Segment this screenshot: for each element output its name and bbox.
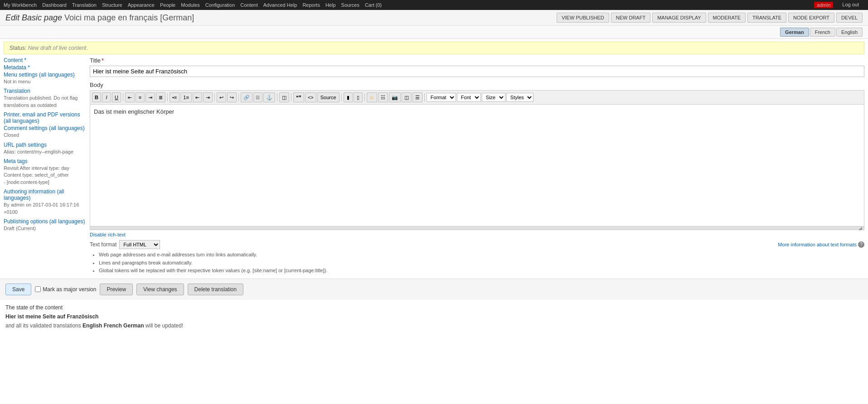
- nav-reports[interactable]: Reports: [302, 2, 320, 8]
- styles-dropdown[interactable]: Styles: [506, 93, 533, 102]
- manage-display-button[interactable]: MANAGE DISPLAY: [652, 13, 706, 23]
- more-info-link[interactable]: More information about text formats: [778, 242, 857, 247]
- nav-sources[interactable]: Sources: [341, 2, 359, 8]
- top-navigation: My Workbench Dashboard Translation Struc…: [0, 0, 868, 10]
- italic-btn[interactable]: I: [102, 92, 111, 102]
- nav-help[interactable]: Help: [325, 2, 336, 8]
- sidebar-printer-link[interactable]: Printer, email and PDF versions (all lan…: [4, 111, 86, 124]
- edit-prefix: Edit Basic page: [5, 13, 62, 22]
- unlink-btn[interactable]: 🔗⃠: [253, 92, 262, 102]
- logout-link[interactable]: Log out: [842, 2, 859, 8]
- nav-configuration[interactable]: Configuration: [205, 2, 235, 8]
- body-label: Body: [90, 82, 864, 88]
- page-title-area: Edit Basic page Voici ma page en françai…: [5, 13, 557, 23]
- anchor-btn[interactable]: ⚓: [263, 92, 275, 102]
- ordered-list-btn[interactable]: 1≡: [180, 92, 192, 102]
- blockquote-btn[interactable]: ❝❞: [293, 92, 304, 102]
- sidebar-menu-settings: Menu settings (all languages) Not in men…: [4, 72, 86, 85]
- delete-translation-button[interactable]: Delete translation: [188, 284, 243, 295]
- image-btn[interactable]: 📷: [389, 92, 401, 102]
- devel-button[interactable]: DEVEL: [836, 13, 863, 23]
- editor-body-text: Das ist mein englischer Körper: [94, 108, 860, 115]
- bottom-bar: Save Mark as major version Preview View …: [0, 279, 868, 300]
- format-dropdown[interactable]: Format: [427, 93, 456, 102]
- link-btn[interactable]: 🔗: [241, 92, 252, 102]
- translate-button[interactable]: TRANSLATE: [747, 13, 786, 23]
- editor-toolbar: B I U ⇤ ≡ ⇥ ≣ •≡ 1≡ ⇤ ⇥ ↩ ↪ 🔗 🔗⃠ ⚓ ◫ ❝❞ …: [90, 90, 864, 104]
- save-button[interactable]: Save: [5, 284, 31, 295]
- sidebar-metadata-link[interactable]: Metadata *: [4, 64, 86, 71]
- state-desc-prefix: and all its validated translations: [5, 322, 82, 329]
- table-btn[interactable]: ◫: [279, 92, 289, 102]
- align-left-btn[interactable]: ⇤: [125, 92, 135, 102]
- sidebar-comment-sub: Closed: [4, 132, 86, 139]
- editor-body[interactable]: Das ist mein englischer Körper: [90, 104, 864, 226]
- state-desc: and all its validated translations Engli…: [5, 322, 863, 329]
- nav-structure[interactable]: Structure: [102, 2, 122, 8]
- moderate-button[interactable]: MODERATE: [708, 13, 746, 23]
- preview-button[interactable]: Preview: [100, 284, 133, 295]
- outdent-btn[interactable]: ⇤: [193, 92, 202, 102]
- source-btn[interactable]: Source: [317, 92, 339, 102]
- nav-modules[interactable]: Modules: [181, 2, 200, 8]
- sep8: [364, 93, 365, 101]
- sidebar-comment-link[interactable]: Comment settings (all languages): [4, 125, 86, 131]
- text-format-select[interactable]: Full HTML Basic HTML Plain text: [119, 240, 160, 249]
- font-dropdown[interactable]: Font: [457, 93, 481, 102]
- editor-resize-handle[interactable]: ◢: [90, 226, 864, 230]
- text-format-label: Text format: [90, 241, 116, 248]
- status-text: New draft of live content.: [28, 45, 88, 51]
- sidebar-menu-settings-link[interactable]: Menu settings (all languages): [4, 72, 86, 78]
- sidebar-content-link[interactable]: Content *: [4, 57, 86, 63]
- sidebar-meta-link[interactable]: Meta tags: [4, 158, 86, 164]
- redo-btn[interactable]: ↪: [227, 92, 237, 102]
- sep2: [167, 93, 168, 101]
- align-center-btn[interactable]: ≡: [136, 92, 145, 102]
- nav-my-workbench[interactable]: My Workbench: [4, 2, 37, 8]
- state-langs: English French German: [82, 322, 144, 329]
- disable-rich-text-link[interactable]: Disable rich-text: [90, 232, 864, 237]
- state-section: The state of the content Hier ist meine …: [0, 300, 868, 338]
- media-btn[interactable]: ◫: [402, 92, 412, 102]
- nav-advanced-help[interactable]: Advanced Help: [263, 2, 297, 8]
- more-btn[interactable]: ☰: [412, 92, 422, 102]
- help-icon[interactable]: ?: [858, 241, 864, 248]
- nav-content[interactable]: Content: [240, 2, 258, 8]
- nav-dashboard[interactable]: Dashboard: [42, 2, 67, 8]
- nav-cart[interactable]: Cart (0): [365, 2, 382, 8]
- lang-tab-german[interactable]: German: [780, 28, 809, 37]
- sidebar: Content * Metadata * Menu settings (all …: [4, 57, 90, 275]
- title-input[interactable]: [90, 66, 864, 77]
- nav-appearance[interactable]: Appearance: [128, 2, 155, 8]
- size-dropdown[interactable]: Size: [482, 93, 505, 102]
- major-version-checkbox[interactable]: [35, 286, 41, 292]
- nav-translation[interactable]: Translation: [72, 2, 97, 8]
- text-format-bar: Text format Full HTML Basic HTML Plain t…: [90, 240, 864, 249]
- view1-btn[interactable]: ▮: [344, 92, 353, 102]
- view-changes-button[interactable]: View changes: [136, 284, 184, 295]
- indent-btn[interactable]: ⇥: [203, 92, 213, 102]
- unordered-list-btn[interactable]: •≡: [170, 92, 179, 102]
- sep6: [291, 93, 291, 101]
- undo-btn[interactable]: ↩: [217, 92, 226, 102]
- grid-btn[interactable]: ☷: [378, 92, 388, 102]
- view2-btn[interactable]: ▯: [354, 92, 363, 102]
- node-export-button[interactable]: NODE EXPORT: [788, 13, 834, 23]
- lang-tab-french[interactable]: French: [810, 28, 835, 37]
- sidebar-meta: Meta tags Revisit After interval type: d…: [4, 158, 86, 186]
- view-published-button[interactable]: VIEW PUBLISHED: [557, 13, 609, 23]
- sidebar-authoring-link[interactable]: Authoring information (all languages): [4, 188, 86, 201]
- code-btn[interactable]: <>: [305, 92, 316, 102]
- nav-people[interactable]: People: [160, 2, 175, 8]
- title-label: Title*: [90, 57, 864, 64]
- align-right-btn[interactable]: ⇥: [145, 92, 155, 102]
- sidebar-translation-link[interactable]: Translation: [4, 88, 86, 94]
- align-justify-btn[interactable]: ≣: [156, 92, 165, 102]
- lang-tab-english[interactable]: English: [836, 28, 863, 37]
- new-draft-button[interactable]: NEW DRAFT: [611, 13, 650, 23]
- underline-btn[interactable]: U: [112, 92, 121, 102]
- bold-btn[interactable]: B: [92, 92, 101, 102]
- sidebar-publishing-link[interactable]: Publishing options (all languages): [4, 218, 86, 225]
- sidebar-url-link[interactable]: URL path settings: [4, 142, 86, 148]
- emoji-btn[interactable]: ☺: [367, 92, 377, 102]
